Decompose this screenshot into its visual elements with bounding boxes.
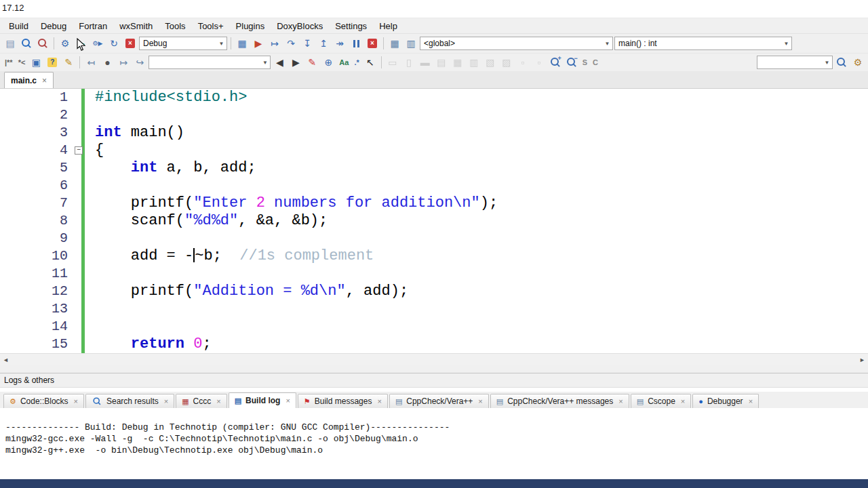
log-tab-search-results[interactable]: Search results× xyxy=(85,394,174,408)
match-case-icon[interactable]: Aa xyxy=(337,55,351,70)
menu-settings[interactable]: Settings xyxy=(329,20,373,33)
active-symbol-select[interactable]: main() : int▼ xyxy=(614,37,792,50)
prev-bookmark-icon[interactable]: ↤ xyxy=(83,55,98,70)
run-to-cursor-icon[interactable]: ↦ xyxy=(267,36,282,51)
log-tab-build-messages[interactable]: ⚑Build messages× xyxy=(298,394,388,408)
block-comment-icon[interactable]: |** xyxy=(3,55,15,70)
next-bookmark-icon[interactable]: ↦ xyxy=(116,55,131,70)
next-line-icon[interactable]: ↷ xyxy=(283,36,298,51)
log-tab-code-blocks[interactable]: ⚙Code::Blocks× xyxy=(3,394,84,408)
code-line-11[interactable]: 11 xyxy=(0,265,868,283)
scroll-right-icon[interactable]: ► xyxy=(856,354,868,365)
incremental-search-icon[interactable]: ⊕ xyxy=(321,55,336,70)
regex-icon[interactable]: .* xyxy=(352,55,361,70)
zoom-out-icon[interactable]: − xyxy=(564,55,579,70)
step-into-icon[interactable]: ↧ xyxy=(300,36,315,51)
log-tab-build-log[interactable]: ▤Build log× xyxy=(229,392,296,408)
incremental-search-input[interactable]: ▼ xyxy=(757,56,833,69)
jump-forward-icon[interactable]: ▶ xyxy=(288,55,303,70)
menu-tools[interactable]: Tools xyxy=(159,20,191,33)
code-line-12[interactable]: 12 printf("Addition = %d\n", add); xyxy=(0,283,868,300)
log-tab-cscope[interactable]: ▤Cscope× xyxy=(631,394,692,408)
menu-fortran[interactable]: Fortran xyxy=(73,20,113,33)
menu-debug[interactable]: Debug xyxy=(35,20,73,33)
rebuild-icon[interactable]: ↻ xyxy=(106,36,121,51)
log-tab-debugger[interactable]: ●Debugger× xyxy=(692,394,759,408)
build-icon[interactable]: ⚙ xyxy=(58,36,73,51)
close-icon[interactable]: × xyxy=(164,397,168,405)
chevron-down-icon[interactable]: ▼ xyxy=(216,41,226,47)
search-history-combo[interactable]: ▼ xyxy=(149,56,271,69)
build-target-select[interactable]: Debug▼ xyxy=(139,37,227,50)
code-editor[interactable]: 1#include<stdio.h>23int main()4−{5 int a… xyxy=(0,89,868,353)
goto-changed-line-icon[interactable]: ↪ xyxy=(132,55,147,70)
s-toggle-icon[interactable]: S xyxy=(580,55,589,70)
chevron-down-icon[interactable]: ▼ xyxy=(260,60,270,66)
find-in-files-icon[interactable] xyxy=(35,36,50,51)
close-icon[interactable]: × xyxy=(377,397,381,405)
stop-debugger-icon[interactable]: × xyxy=(365,36,380,51)
code-line-6[interactable]: 6 xyxy=(0,177,868,195)
code-line-2[interactable]: 2 xyxy=(0,106,868,124)
close-icon[interactable]: × xyxy=(216,397,220,405)
keyword-help-icon[interactable]: ? xyxy=(45,55,60,70)
stream-comment-icon[interactable]: *< xyxy=(16,55,28,70)
log-tab-cccc[interactable]: ▦Cccc× xyxy=(176,394,227,408)
close-icon[interactable]: × xyxy=(74,397,78,405)
tab-main-c[interactable]: main.c × xyxy=(4,72,54,88)
tab-close-icon[interactable]: × xyxy=(42,76,47,85)
symbol-scope-select[interactable]: <global>▼ xyxy=(420,37,613,50)
c-toggle-icon[interactable]: C xyxy=(591,55,600,70)
select-arrow-icon[interactable]: ↖ xyxy=(363,55,378,70)
search-options-icon[interactable] xyxy=(834,55,849,70)
debugging-windows-icon[interactable]: ▦ xyxy=(387,36,402,51)
debug-window-icon[interactable]: ▦ xyxy=(235,36,250,51)
new-file-icon[interactable]: ▤ xyxy=(3,36,18,51)
fold-marker-icon[interactable]: − xyxy=(75,146,83,155)
chevron-down-icon[interactable]: ▼ xyxy=(602,41,612,47)
code-line-9[interactable]: 9 xyxy=(0,230,868,247)
break-debugger-icon[interactable] xyxy=(349,36,363,51)
debug-continue-icon[interactable]: ▶ xyxy=(251,36,266,51)
find-icon[interactable] xyxy=(19,36,34,51)
menu-doxyblocks[interactable]: DoxyBlocks xyxy=(271,20,329,33)
code-line-10[interactable]: 10 add = -~b; //1s complement xyxy=(0,247,868,265)
code-line-8[interactable]: 8 scanf("%d%d", &a, &b); xyxy=(0,212,868,230)
build-and-run-icon[interactable]: ⚙▶ xyxy=(90,36,105,51)
menu-plugins[interactable]: Plugins xyxy=(230,20,271,33)
edit-icon[interactable]: ✎ xyxy=(61,55,76,70)
highlight-pen-icon[interactable]: ✎ xyxy=(304,55,319,70)
close-icon[interactable]: × xyxy=(285,396,290,405)
code-line-13[interactable]: 13 xyxy=(0,300,868,318)
close-icon[interactable]: × xyxy=(681,397,685,405)
menu-build[interactable]: Build xyxy=(3,20,35,33)
menu-tools[interactable]: Tools+ xyxy=(192,20,230,33)
tools-wrench-icon[interactable]: ⚙ xyxy=(850,55,865,70)
jump-back-icon[interactable]: ◀ xyxy=(272,55,287,70)
log-tab-cppcheck-vera[interactable]: ▤CppCheck/Vera++× xyxy=(389,394,489,408)
editor-hscrollbar[interactable]: ◄ ► xyxy=(0,353,868,365)
chevron-down-icon[interactable]: ▼ xyxy=(781,41,791,47)
menu-help[interactable]: Help xyxy=(373,20,403,33)
code-line-5[interactable]: 5 int a, b, add; xyxy=(0,159,868,177)
scroll-track[interactable] xyxy=(12,354,856,365)
next-instruction-icon[interactable]: ↠ xyxy=(332,36,347,51)
abort-icon[interactable]: × xyxy=(123,36,138,51)
code-line-15[interactable]: 15 return 0; xyxy=(0,336,868,353)
scroll-left-icon[interactable]: ◄ xyxy=(0,354,12,365)
log-tab-cppcheck-vera-messages[interactable]: ▤CppCheck/Vera++ messages× xyxy=(490,394,629,408)
highlight-mode-icon[interactable]: ▣ xyxy=(28,55,43,70)
menu-wxsmith[interactable]: wxSmith xyxy=(113,20,159,33)
close-icon[interactable]: × xyxy=(618,397,623,405)
code-line-3[interactable]: 3int main() xyxy=(0,124,868,142)
code-line-1[interactable]: 1#include<stdio.h> xyxy=(0,89,868,106)
code-line-4[interactable]: 4−{ xyxy=(0,142,868,159)
toggle-bookmark-icon[interactable]: ● xyxy=(100,55,115,70)
chevron-down-icon[interactable]: ▼ xyxy=(822,60,832,66)
close-icon[interactable]: × xyxy=(749,397,753,405)
panel-splitter[interactable] xyxy=(0,365,868,373)
zoom-in-icon[interactable]: + xyxy=(548,55,563,70)
close-icon[interactable]: × xyxy=(478,397,482,405)
various-info-icon[interactable]: ▥ xyxy=(403,36,418,51)
code-line-14[interactable]: 14 xyxy=(0,318,868,336)
